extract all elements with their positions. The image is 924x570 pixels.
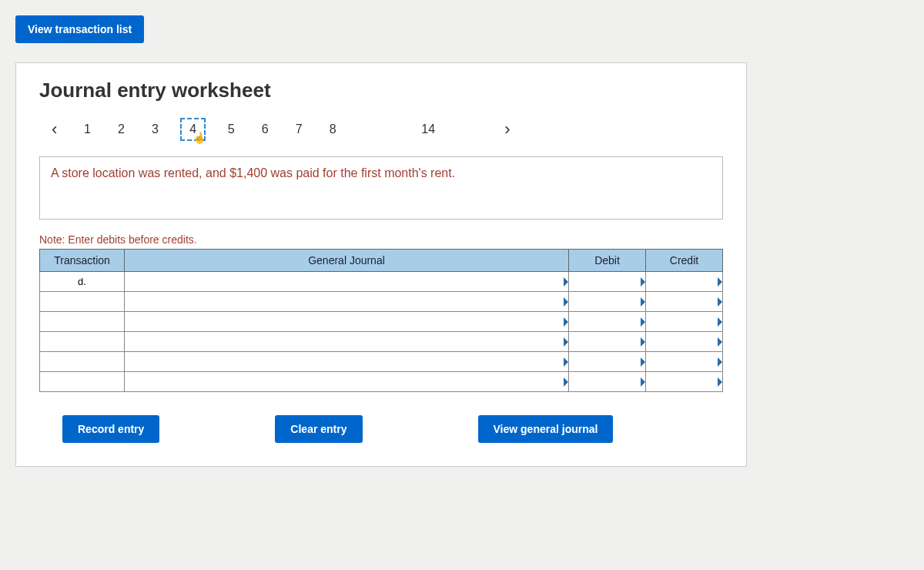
- page-3[interactable]: 3: [146, 122, 163, 136]
- cell-debit[interactable]: [569, 312, 646, 332]
- cell-debit[interactable]: [569, 372, 646, 392]
- cell-debit[interactable]: [569, 292, 646, 312]
- worksheet-card: Journal entry worksheet ‹ 1 2 3 4 ☝ 5 6 …: [15, 62, 747, 467]
- table-row: [40, 352, 723, 372]
- page-2[interactable]: 2: [112, 122, 129, 136]
- page-title: Journal entry worksheet: [39, 79, 723, 102]
- entry-note: Note: Enter debits before credits.: [39, 233, 723, 246]
- transaction-description-box: A store location was rented, and $1,400 …: [39, 156, 723, 220]
- action-button-row: Record entry Clear entry View general jo…: [39, 415, 723, 443]
- chevron-left-icon[interactable]: ‹: [47, 119, 62, 139]
- cell-credit[interactable]: [646, 292, 723, 312]
- chevron-right-icon[interactable]: ›: [500, 119, 514, 139]
- table-row: [40, 332, 723, 352]
- page-14[interactable]: 14: [420, 122, 437, 136]
- page-4[interactable]: 4 ☝: [180, 118, 206, 141]
- cell-transaction: [40, 372, 125, 392]
- view-transaction-list-button[interactable]: View transaction list: [15, 15, 144, 43]
- header-debit: Debit: [569, 250, 646, 272]
- cell-credit[interactable]: [646, 332, 723, 352]
- cell-transaction: [40, 352, 125, 372]
- cell-transaction: [40, 292, 125, 312]
- record-entry-button[interactable]: Record entry: [62, 415, 159, 443]
- cell-debit[interactable]: [569, 332, 646, 352]
- page-5[interactable]: 5: [223, 122, 239, 136]
- table-row: [40, 312, 723, 332]
- table-row: [40, 372, 723, 392]
- cell-debit[interactable]: [569, 352, 646, 372]
- transaction-description: A store location was rented, and $1,400 …: [51, 166, 711, 180]
- cell-credit[interactable]: [646, 352, 723, 372]
- header-credit: Credit: [646, 250, 723, 272]
- page-7[interactable]: 7: [290, 122, 307, 136]
- table-row: [40, 292, 723, 312]
- cell-debit[interactable]: [569, 272, 646, 292]
- cell-transaction: [40, 312, 125, 332]
- journal-table: Transaction General Journal Debit Credit…: [39, 249, 723, 392]
- header-transaction: Transaction: [40, 250, 125, 272]
- page-6[interactable]: 6: [256, 122, 273, 136]
- header-general-journal: General Journal: [125, 250, 569, 272]
- page-8[interactable]: 8: [324, 122, 341, 136]
- view-general-journal-button[interactable]: View general journal: [478, 415, 614, 443]
- cell-general-journal[interactable]: [125, 312, 569, 332]
- cell-credit[interactable]: [646, 312, 723, 332]
- clear-entry-button[interactable]: Clear entry: [275, 415, 362, 443]
- cell-general-journal[interactable]: [125, 272, 569, 292]
- cell-general-journal[interactable]: [125, 352, 569, 372]
- cell-transaction: d.: [40, 272, 125, 292]
- cursor-icon: ☝: [192, 131, 207, 146]
- cell-credit[interactable]: [646, 272, 723, 292]
- page-1[interactable]: 1: [79, 122, 95, 136]
- cell-general-journal[interactable]: [125, 332, 569, 352]
- cell-credit[interactable]: [646, 372, 723, 392]
- table-row: d.: [40, 272, 723, 292]
- cell-transaction: [40, 332, 125, 352]
- cell-general-journal[interactable]: [125, 372, 569, 392]
- transaction-pager: ‹ 1 2 3 4 ☝ 5 6 7 8 14 ›: [39, 118, 723, 141]
- cell-general-journal[interactable]: [125, 292, 569, 312]
